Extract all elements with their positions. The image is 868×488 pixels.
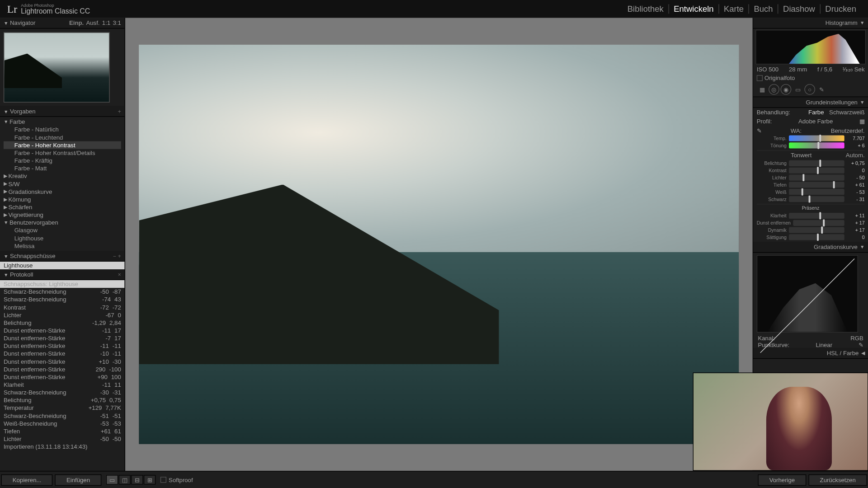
treatment-bw[interactable]: Schwarzweiß <box>829 109 864 116</box>
history-item[interactable]: Lichter-670 <box>0 311 125 319</box>
slider[interactable] <box>789 142 844 148</box>
copy-button[interactable]: Kopieren... <box>1 474 53 485</box>
zoom-fit[interactable]: Einp. <box>69 20 84 27</box>
curve-edit-icon[interactable]: ✎ <box>859 342 863 348</box>
history-item[interactable]: Dunst entfernen-Stärke-11-11 <box>0 342 125 350</box>
slider[interactable] <box>789 196 844 202</box>
slider[interactable] <box>789 135 844 141</box>
tone-auto[interactable]: Autom. <box>846 152 865 159</box>
snapshots-header[interactable]: ▼ Schnappschüsse − + <box>0 251 125 262</box>
preset-group[interactable]: ▼ Benutzervorgaben <box>4 219 121 226</box>
zoom-1-1[interactable]: 1:1 <box>102 20 110 27</box>
loupe-view-icon[interactable]: ▭ <box>106 475 118 484</box>
history-item[interactable]: Weiß-Beschneidung-53-53 <box>0 420 125 427</box>
navigator-header[interactable]: ▼ Navigator Einp. Ausf. 1:1 3:1 <box>0 18 125 29</box>
basic-header[interactable]: Grundeinstellungen▼ <box>753 97 868 108</box>
reset-button[interactable]: Zurücksetzen <box>809 474 867 485</box>
history-item[interactable]: Belichtung+0,750,75 <box>0 396 125 404</box>
eyedropper-icon[interactable]: ✎ <box>757 127 762 134</box>
previous-button[interactable]: Vorherige <box>758 474 807 485</box>
preset-item[interactable]: Farbe - Natürlich <box>4 126 121 133</box>
preset-item[interactable]: Farbe - Hoher Kontrast <box>4 141 121 149</box>
navigator-thumbnail[interactable] <box>4 32 110 103</box>
preset-item[interactable]: Farbe - Hoher Kontrast/Details <box>4 149 121 157</box>
wb-value[interactable]: Benutzerdef. <box>831 127 865 134</box>
presets-header[interactable]: ▼ Vorgaben + <box>0 106 125 117</box>
history-item[interactable]: Belichtung-1,292,84 <box>0 319 125 327</box>
history-item[interactable]: Dunst entfernen-Stärke-10-11 <box>0 350 125 357</box>
history-item[interactable]: Dunst entfernen-Stärke+90100 <box>0 373 125 381</box>
module-buch[interactable]: Buch <box>749 4 778 14</box>
module-drucken[interactable]: Drucken <box>821 4 861 14</box>
radial-tool-icon[interactable]: ○ <box>804 84 815 95</box>
history-item[interactable]: Kontrast-72-72 <box>0 303 125 311</box>
image-canvas[interactable] <box>125 18 753 471</box>
slider[interactable] <box>789 189 844 195</box>
history-header[interactable]: ▼ Protokoll × <box>0 269 125 280</box>
preset-group[interactable]: ▶ Gradationskurve <box>4 188 121 195</box>
preset-group[interactable]: ▶ Kreativ <box>4 172 121 180</box>
history-item[interactable]: Tiefen+6161 <box>0 427 125 435</box>
zoom-3-1[interactable]: 3:1 <box>113 20 121 27</box>
preset-item[interactable]: Farbe - Matt <box>4 164 121 172</box>
clear-history-icon[interactable]: × <box>118 272 121 277</box>
add-snapshot-icon[interactable]: + <box>118 253 121 259</box>
history-item[interactable]: Importieren (13.11.18 13:14:43) <box>0 443 125 450</box>
preset-group[interactable]: ▶ S/W <box>4 180 121 188</box>
history-item[interactable]: Schwarz-Beschneidung-30-31 <box>0 389 125 396</box>
history-item[interactable]: Dunst entfernen-Stärke-717 <box>0 334 125 342</box>
module-entwickeln[interactable]: Entwickeln <box>669 4 719 14</box>
history-item[interactable]: Schwarz-Beschneidung-51-51 <box>0 412 125 419</box>
preset-item[interactable]: Farbe - Kräftig <box>4 157 121 164</box>
slider[interactable] <box>789 160 844 166</box>
slider[interactable] <box>789 168 844 174</box>
histogram-chart[interactable] <box>755 30 866 65</box>
preset-group[interactable]: ▶ Körnung <box>4 196 121 203</box>
module-karte[interactable]: Karte <box>719 4 749 14</box>
preset-item[interactable]: Melissa <box>4 242 121 250</box>
histogram-header[interactable]: Histogramm▼ <box>753 18 868 29</box>
snapshot-item[interactable]: Lighthouse <box>0 262 125 269</box>
tone-curve[interactable] <box>757 255 858 333</box>
history-item[interactable]: Schwarz-Beschneidung-7443 <box>0 296 125 303</box>
zoom-fill[interactable]: Ausf. <box>86 20 99 27</box>
crop-tool-icon[interactable]: ▦ <box>757 84 768 95</box>
before-after-tb-icon[interactable]: ⊟ <box>131 475 143 484</box>
slider[interactable] <box>789 182 844 188</box>
history-item[interactable]: Dunst entfernen-Stärke-1117 <box>0 327 125 334</box>
remove-snapshot-icon[interactable]: − <box>113 253 116 259</box>
preset-group[interactable]: ▶ Schärfen <box>4 203 121 211</box>
original-checkbox[interactable] <box>757 75 763 81</box>
gradient-tool-icon[interactable]: ▭ <box>793 84 803 95</box>
module-bibliothek[interactable]: Bibliothek <box>623 4 669 14</box>
slider[interactable] <box>789 227 844 233</box>
slider[interactable] <box>789 213 844 219</box>
history-item[interactable]: Schwarz-Beschneidung-50-87 <box>0 288 125 296</box>
history-item[interactable]: Klarheit-1111 <box>0 381 125 389</box>
add-preset-icon[interactable]: + <box>118 108 121 114</box>
history-item[interactable]: Dunst entfernen-Stärke290-100 <box>0 366 125 373</box>
history-item[interactable]: Lichter-50-50 <box>0 435 125 443</box>
module-diashow[interactable]: Diashow <box>778 4 821 14</box>
spot-tool-icon[interactable]: ◎ <box>769 84 779 95</box>
preset-item[interactable]: Farbe - Leuchtend <box>4 133 121 141</box>
brush-tool-icon[interactable]: ✎ <box>816 84 827 95</box>
profile-value[interactable]: Adobe Farbe <box>798 118 833 125</box>
history-item[interactable]: Temperatur+1297,77K <box>0 404 125 412</box>
redeye-tool-icon[interactable]: ◉ <box>781 84 792 95</box>
profile-grid-icon[interactable]: ▦ <box>859 118 865 125</box>
softproof-checkbox[interactable] <box>160 477 166 483</box>
slider[interactable] <box>789 174 844 180</box>
preset-group[interactable]: ▼ Farbe <box>4 118 121 126</box>
curve-header[interactable]: Gradationskurve▼ <box>753 242 868 253</box>
preset-item[interactable]: Lighthouse <box>4 234 121 242</box>
treatment-color[interactable]: Farbe <box>808 109 824 116</box>
paste-button[interactable]: Einfügen <box>55 474 101 485</box>
preset-item[interactable]: Glasgow <box>4 226 121 234</box>
history-item[interactable]: Dunst entfernen-Stärke+10-30 <box>0 357 125 365</box>
before-after-split-icon[interactable]: ⊞ <box>144 475 156 484</box>
slider[interactable] <box>793 220 844 226</box>
before-after-lr-icon[interactable]: ◫ <box>118 475 130 484</box>
slider[interactable] <box>789 234 844 240</box>
preset-group[interactable]: ▶ Vignettierung <box>4 211 121 219</box>
